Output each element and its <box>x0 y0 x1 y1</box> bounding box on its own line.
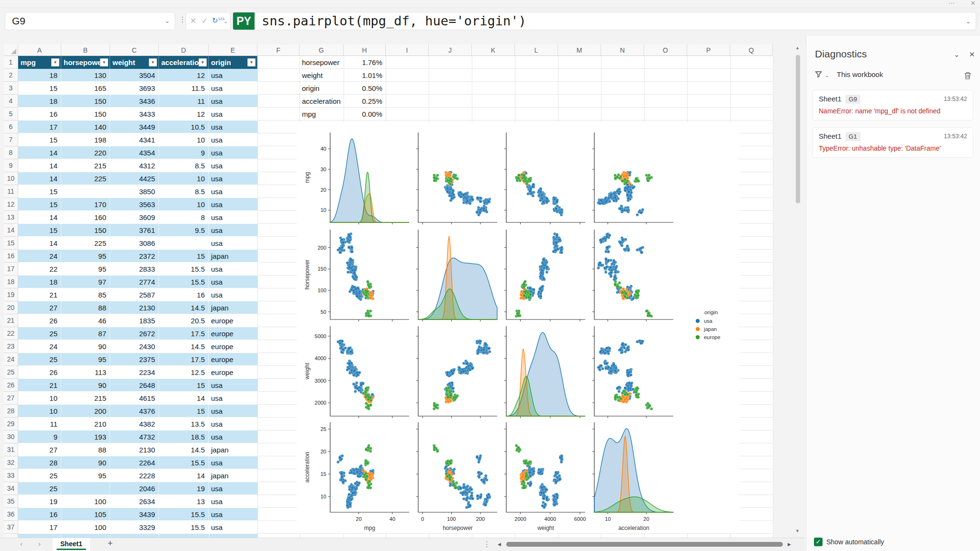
table-cell[interactable]: 113 <box>61 366 110 379</box>
horizontal-scrollbar-thumb[interactable] <box>506 542 783 547</box>
table-cell[interactable]: 90 <box>61 379 110 392</box>
table-cell[interactable]: 210 <box>61 418 110 430</box>
table-cell[interactable]: 200 <box>61 405 110 418</box>
table-cell[interactable]: 90 <box>61 456 110 469</box>
table-cell[interactable]: 9.5 <box>159 224 209 237</box>
convert-to-value-icon[interactable]: ↻123 <box>212 16 224 25</box>
table-cell[interactable]: usa <box>209 263 257 276</box>
table-cell[interactable]: 14 <box>159 392 209 405</box>
table-cell[interactable]: 14 <box>18 172 61 185</box>
more-options-icon[interactable]: ⋯ <box>948 0 955 7</box>
filter-icon[interactable] <box>815 71 823 78</box>
row-header-30[interactable]: 30 <box>4 430 18 443</box>
table-cell[interactable]: 3563 <box>110 198 159 211</box>
table-cell[interactable]: 25 <box>18 327 61 340</box>
stat-label-cell[interactable]: acceleration <box>300 95 344 108</box>
table-cell[interactable]: 4376 <box>110 405 159 418</box>
table-cell[interactable] <box>61 185 110 198</box>
column-header-G[interactable]: G <box>300 44 344 56</box>
column-header-M[interactable]: M <box>558 44 601 56</box>
table-cell[interactable]: usa <box>209 495 257 508</box>
table-cell[interactable]: 15 <box>18 133 61 146</box>
row-header-24[interactable]: 24 <box>4 353 18 366</box>
table-cell[interactable]: 17.5 <box>159 353 209 366</box>
table-cell[interactable]: usa <box>209 82 257 95</box>
table-cell[interactable]: usa <box>209 108 257 121</box>
table-cell[interactable]: 100 <box>61 495 110 508</box>
table-cell[interactable]: 25 <box>18 469 61 482</box>
stat-value-cell[interactable]: 1.76% <box>344 56 386 69</box>
row-header-16[interactable]: 16 <box>4 250 18 263</box>
diagnostic-card[interactable]: Sheet1G1 13:53:42 TypeError: unhashable … <box>813 127 973 158</box>
table-cell[interactable]: 15 <box>159 250 209 263</box>
stat-label-cell[interactable]: mpg <box>300 108 344 121</box>
table-cell[interactable]: 16 <box>18 108 61 121</box>
add-sheet-button[interactable]: + <box>108 539 113 549</box>
table-cell[interactable]: 27 <box>18 443 61 456</box>
table-cell[interactable]: 3433 <box>110 108 159 121</box>
table-cell[interactable]: 2264 <box>110 456 159 469</box>
table-cell[interactable]: 10 <box>159 172 209 185</box>
table-cell[interactable]: 2234 <box>110 366 159 379</box>
formula-text[interactable]: sns.pairplot(mpg_df, hue='origin') <box>262 13 526 28</box>
table-cell[interactable]: 2130 <box>110 443 159 456</box>
collapse-panel-icon[interactable]: ⌄ <box>954 50 960 59</box>
table-cell[interactable]: 12 <box>159 69 209 82</box>
table-cell[interactable]: 2130 <box>110 301 159 314</box>
trash-icon[interactable] <box>964 71 972 80</box>
table-cell[interactable]: 2375 <box>110 353 159 366</box>
table-cell[interactable]: usa <box>209 392 257 405</box>
table-cell[interactable]: 26 <box>18 314 61 327</box>
row-header-26[interactable]: 26 <box>4 379 18 392</box>
row-header-19[interactable]: 19 <box>4 288 18 301</box>
table-cell[interactable]: 2774 <box>110 276 159 288</box>
table-cell[interactable]: 17 <box>18 521 61 534</box>
table-cell[interactable]: usa <box>209 146 257 159</box>
table-cell[interactable]: 4425 <box>110 172 159 185</box>
table-cell[interactable]: 13 <box>159 495 209 508</box>
row-header-11[interactable]: 11 <box>4 185 18 198</box>
show-automatically-checkbox[interactable]: ✓ <box>814 538 823 546</box>
table-cell[interactable]: 9 <box>159 146 209 159</box>
table-cell[interactable]: 18 <box>18 95 61 108</box>
table-cell[interactable]: 22 <box>18 263 61 276</box>
chevron-down-icon[interactable]: ⌄ <box>825 73 829 78</box>
table-cell[interactable]: 10 <box>18 405 61 418</box>
row-header-28[interactable]: 28 <box>4 405 18 418</box>
table-cell[interactable]: 150 <box>61 224 110 237</box>
enter-icon[interactable]: ✓ <box>201 16 208 25</box>
table-cell[interactable]: usa <box>209 456 257 469</box>
table-cell[interactable]: 16 <box>18 508 61 521</box>
table-cell[interactable]: usa <box>209 521 257 534</box>
table-cell[interactable]: usa <box>209 198 257 211</box>
row-header-13[interactable]: 13 <box>4 211 18 224</box>
table-cell[interactable]: 95 <box>61 250 110 263</box>
table-header-weight[interactable]: weight▾ <box>110 56 159 69</box>
row-header-33[interactable]: 33 <box>4 469 18 482</box>
table-cell[interactable]: usa <box>209 172 257 185</box>
select-all-corner[interactable] <box>4 44 18 56</box>
table-cell[interactable]: 11 <box>18 418 61 430</box>
chevron-down-icon[interactable]: ⌄ <box>223 18 228 24</box>
column-header-I[interactable]: I <box>386 44 429 56</box>
table-cell[interactable]: usa <box>209 288 257 301</box>
table-cell[interactable]: 3439 <box>110 508 159 521</box>
table-cell[interactable]: 3436 <box>110 95 159 108</box>
table-cell[interactable]: 95 <box>61 469 110 482</box>
column-header-J[interactable]: J <box>429 44 472 56</box>
stat-value-cell[interactable]: 1.01% <box>344 69 386 82</box>
table-cell[interactable]: 100 <box>61 521 110 534</box>
table-cell[interactable]: 14 <box>18 146 61 159</box>
filter-dropdown-icon[interactable]: ▾ <box>51 58 59 66</box>
table-cell[interactable]: 18 <box>18 276 61 288</box>
table-cell[interactable]: 193 <box>61 430 110 443</box>
table-cell[interactable]: europe <box>209 353 257 366</box>
table-cell[interactable]: 2046 <box>110 482 159 495</box>
column-header-B[interactable]: B <box>61 44 110 56</box>
table-cell[interactable]: 20.5 <box>159 314 209 327</box>
column-header-K[interactable]: K <box>472 44 515 56</box>
name-box[interactable]: G9 ⌄ <box>5 12 175 30</box>
row-header-15[interactable]: 15 <box>4 237 18 250</box>
table-cell[interactable]: usa <box>209 405 257 418</box>
table-cell[interactable]: 14 <box>159 469 209 482</box>
